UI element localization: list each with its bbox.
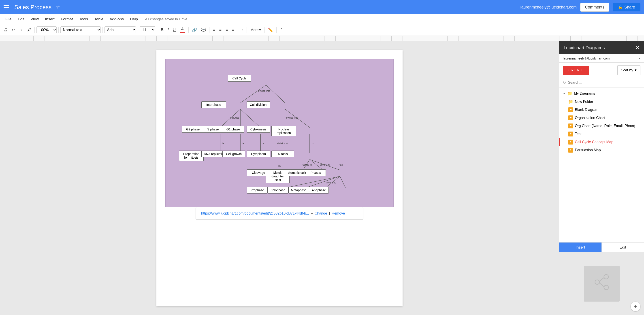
svg-text:is: is [242,142,244,145]
pen-tool-button[interactable]: ✏️ [266,26,274,34]
svg-text:has: has [339,163,343,166]
link-remove[interactable]: Remove [332,212,345,216]
tree-item-label: New Folder [575,100,593,104]
bold-button[interactable]: B [159,26,165,33]
node-anaphase[interactable]: Anaphase [309,187,329,194]
sidebar-header: Lucidchart Diagrams ✕ [559,41,644,54]
align-center-button[interactable]: ≡ [218,26,223,33]
node-mitosis[interactable]: Mitosis [272,150,294,157]
svg-point-33 [604,274,608,279]
edit-button[interactable]: Edit [602,242,644,252]
menu-file[interactable]: File [3,16,14,23]
node-metaphase[interactable]: Metaphase [288,187,309,194]
node-s-phase[interactable]: S phase [202,126,224,133]
separator-2 [58,27,59,33]
folder-icon: 📁 [567,91,572,96]
link-change[interactable]: Change [314,212,327,216]
node-cytoplasm[interactable]: Cytoplasm [247,150,270,157]
menu-help[interactable]: Help [127,16,140,23]
tree-item-label: Persuasion Map [575,148,601,152]
tree-item-org-chart[interactable]: ✦ Organization Chart [559,114,644,122]
diagram-icon: ✦ [568,124,573,128]
tree-item-label: Organization Chart [575,116,605,120]
menu-addons[interactable]: Add-ons [107,16,126,23]
comments-button[interactable]: Comments [580,3,609,12]
tree-item-label: Blank Diagram [575,108,598,112]
text-color-button[interactable]: A [178,26,186,34]
search-input[interactable] [568,80,640,84]
more-button[interactable]: More ▾ [248,26,262,33]
node-prep-mitosis[interactable]: Preparation for mitosis [179,150,204,161]
sortby-button[interactable]: Sort by ▾ [617,65,640,75]
node-cell-cycle[interactable]: Cell Cycle [228,75,251,82]
sidebar-user-email: laurenmcneely@lucidchart.com [563,56,610,60]
sidebar-actions: CREATE Sort by ▾ [559,63,644,78]
diagram-link[interactable]: https://www.lucidchart.com/documents/edi… [201,212,309,216]
tree-item-org-chart-full[interactable]: ✦ Org Chart (Name, Role, Email, Photo) [559,122,644,130]
insert-button[interactable]: Insert [559,242,602,252]
chevron-down-icon: ▾ [634,68,636,72]
sidebar-preview: + [559,252,644,315]
node-phases[interactable]: Phases [306,169,326,176]
font-select[interactable]: Arial [104,26,136,33]
tree-item-test[interactable]: ✦ Test [559,130,644,138]
node-prophase[interactable]: Prophase [247,187,268,194]
paint-format-button[interactable]: 🖌 [25,26,33,34]
node-g1-phase[interactable]: G1 phase [222,126,244,133]
font-size-select[interactable]: 11 [140,26,155,33]
node-g2-phase[interactable]: G2 phase [182,126,204,133]
sidebar-tree: ▼ 📁 My Diagrams 📁 New Folder ✦ Blank Dia… [559,88,644,242]
align-right-button[interactable]: ≡ [224,26,230,33]
underline-button[interactable]: U [171,26,177,33]
svg-text:division of: division of [277,142,288,145]
svg-line-23 [310,160,323,170]
sidebar-user-dropdown[interactable]: ▾ [639,57,640,60]
my-diagrams-folder[interactable]: ▼ 📁 My Diagrams [559,89,644,98]
svg-text:is: is [263,142,264,145]
justify-button[interactable]: ≡ [230,26,236,33]
tree-item-cell-cycle[interactable]: ✦ Cell Cycle Concept Map [559,138,644,146]
sidebar-close-button[interactable]: ✕ [636,45,640,50]
svg-line-36 [600,278,604,281]
node-cell-growth[interactable]: Cell growth [222,150,245,157]
collapse-button[interactable]: ⌃ [278,26,285,34]
node-cytokinesis[interactable]: Cytokinesis [246,126,270,133]
style-select[interactable]: Normal text [60,26,101,33]
tree-item-blank-diagram[interactable]: ✦ Blank Diagram [559,106,644,114]
node-interphase[interactable]: Interphase [202,101,226,108]
comment-button[interactable]: 💬 [200,26,208,34]
svg-text:is: is [312,142,314,145]
undo-button[interactable]: ↩ [10,26,17,34]
menu-tools[interactable]: Tools [76,16,91,23]
node-nuclear-replication[interactable]: Nuclear replication [272,126,296,136]
menu-insert[interactable]: Insert [42,16,57,23]
share-button[interactable]: 🔒 Share [613,3,640,12]
align-left-button[interactable]: ≡ [211,26,217,33]
link-button[interactable]: 🔗 [190,26,198,34]
menu-table[interactable]: Table [92,16,106,23]
italic-button[interactable]: I [166,26,170,33]
line-spacing-button[interactable]: ↕ [240,26,245,33]
topbar: Sales Process ☆ laurenmcneely@lucidchart… [0,0,644,14]
ruler-inner [0,36,644,41]
separator-7 [209,27,210,33]
doc-title: Sales Process [14,4,52,11]
svg-line-24 [310,160,340,170]
menu-view[interactable]: View [28,16,42,23]
zoom-select[interactable]: 100% [36,26,56,33]
print-button[interactable]: 🖨 [2,26,9,34]
hamburger-menu[interactable] [4,3,12,11]
tree-item-persuasion-map[interactable]: ✦ Persuasion Map [559,146,644,154]
add-button[interactable]: + [630,302,640,312]
menu-format[interactable]: Format [58,16,76,23]
node-telophase[interactable]: Telophase [268,187,288,194]
star-icon[interactable]: ☆ [56,4,60,10]
ruler [0,36,644,41]
redo-button[interactable]: ↪ [18,26,24,34]
menu-edit[interactable]: Edit [15,16,27,23]
tree-item-label: Org Chart (Name, Role, Email, Photo) [575,124,635,128]
create-button[interactable]: CREATE [563,66,589,75]
node-cell-division[interactable]: Cell division [246,101,270,108]
refresh-icon[interactable]: ↻ [563,80,566,85]
tree-item-new-folder[interactable]: 📁 New Folder [559,98,644,106]
